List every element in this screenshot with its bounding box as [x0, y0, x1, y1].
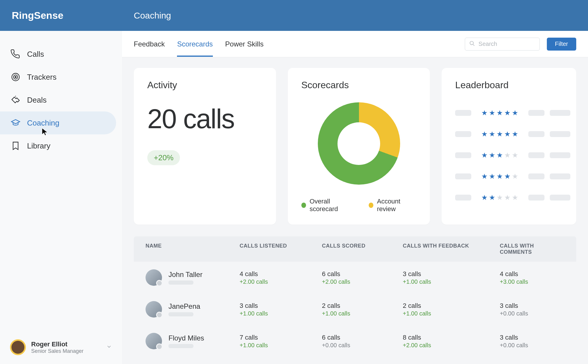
filter-button[interactable]: Filter	[547, 38, 576, 51]
tabs: Feedback Scorecards Power Skills	[134, 32, 264, 56]
bookmark-icon	[11, 141, 21, 151]
search-input[interactable]	[479, 41, 553, 47]
sidebar-nav: Calls Trackers Deals Coaching	[0, 43, 122, 330]
cell-value: 4 calls	[240, 270, 322, 278]
placeholder-bar	[168, 280, 193, 285]
target-icon	[11, 72, 21, 82]
content-area: Activity 20 calls +20% Scorecards Overal…	[122, 57, 588, 364]
cell-value: 6 calls	[322, 270, 403, 278]
legend-overall: Overall scorecard	[301, 198, 355, 213]
star-icon: ★	[497, 130, 503, 138]
star-rating: ★★★★★	[477, 151, 523, 159]
svg-point-2	[15, 76, 16, 78]
placeholder-bar	[550, 173, 570, 179]
star-icon: ★	[497, 109, 503, 117]
legend-dot-icon	[369, 203, 373, 208]
leaderboard-row: ★★★★★	[455, 123, 570, 145]
star-icon: ★	[481, 151, 488, 159]
star-icon: ★	[504, 109, 511, 117]
sidebar-item-label: Calls	[27, 50, 44, 59]
graduation-icon	[11, 118, 21, 128]
cell-value: 3 calls	[403, 270, 500, 278]
cell-delta: +2.00 calls	[322, 278, 403, 285]
cell-value: 4 calls	[500, 270, 564, 278]
cell-scored: 2 calls+1.00 calls	[322, 302, 403, 317]
sidebar-item-library[interactable]: Library	[0, 134, 122, 157]
star-icon: ★	[504, 151, 511, 159]
table-row[interactable]: Floyd Miles7 calls+1.00 calls6 calls+0.0…	[134, 325, 576, 357]
placeholder-bar	[528, 173, 544, 179]
cell-scored: 6 calls+0.00 calls	[322, 334, 403, 349]
leaderboard-title: Leaderboard	[455, 80, 570, 91]
legend-dot-icon	[301, 203, 306, 208]
col-listened: CALLS LISTENED	[240, 243, 322, 255]
star-rating: ★★★★★	[477, 193, 523, 202]
star-icon: ★	[512, 172, 518, 181]
star-icon: ★	[489, 130, 495, 138]
cell-feedback: 3 calls+1.00 calls	[403, 270, 500, 285]
star-rating: ★★★★★	[477, 130, 523, 138]
sidebar-item-deals[interactable]: Deals	[0, 89, 122, 111]
star-icon: ★	[489, 172, 495, 181]
placeholder-bar	[528, 110, 544, 116]
sidebar-item-coaching[interactable]: Coaching	[0, 111, 116, 134]
placeholder-bar	[455, 152, 471, 158]
tab-power-skills[interactable]: Power Skills	[225, 32, 264, 56]
cell-delta: +1.00 calls	[240, 342, 322, 349]
search-input-wrap[interactable]	[465, 38, 540, 51]
table-row[interactable]: John Taller4 calls+2.00 calls6 calls+2.0…	[134, 262, 576, 293]
legend-account-review: Account review	[369, 198, 416, 213]
sidebar-item-label: Coaching	[27, 118, 59, 128]
cell-delta: +2.00 calls	[240, 278, 322, 285]
cell-delta: +1.00 calls	[240, 310, 322, 317]
star-icon: ★	[504, 130, 511, 138]
cell-delta: +1.00 calls	[403, 278, 500, 285]
sidebar: Calls Trackers Deals Coaching	[0, 31, 122, 364]
cell-value: 3 calls	[500, 334, 564, 341]
phone-icon	[11, 49, 21, 59]
avatar	[10, 339, 26, 355]
name-cell: JanePena	[146, 301, 240, 318]
cell-value: 8 calls	[403, 334, 500, 341]
avatar	[146, 333, 162, 349]
star-icon: ★	[489, 151, 495, 159]
cell-delta: +0.00 calls	[500, 342, 564, 349]
leaderboard-row: ★★★★★	[455, 187, 570, 208]
cell-value: 7 calls	[240, 334, 322, 341]
placeholder-bar	[168, 344, 193, 348]
tab-scorecards[interactable]: Scorecards	[177, 32, 213, 56]
cell-delta: +3.00 calls	[500, 278, 564, 285]
scorecards-card: Scorecards Overall scorecard Account rev…	[288, 68, 430, 225]
activity-delta: +20%	[147, 150, 180, 165]
cell-value: 3 calls	[500, 302, 564, 310]
cell-value: 2 calls	[403, 302, 500, 310]
tab-feedback[interactable]: Feedback	[134, 32, 165, 56]
star-icon: ★	[512, 130, 518, 138]
col-comments: CALLS WITH COMMENTS	[500, 243, 564, 255]
cell-listened: 4 calls+2.00 calls	[240, 270, 322, 285]
sidebar-item-label: Deals	[27, 96, 46, 105]
cell-delta: +0.00 calls	[500, 310, 564, 317]
star-icon: ★	[481, 130, 488, 138]
activity-value: 20 calls	[147, 103, 263, 134]
table-row[interactable]: JanePena3 calls+1.00 calls2 calls+1.00 c…	[134, 293, 576, 325]
cell-delta: +1.00 calls	[322, 310, 403, 317]
star-icon: ★	[481, 109, 488, 117]
avatar	[146, 301, 162, 318]
row-name: JanePena	[168, 302, 200, 310]
user-footer[interactable]: Roger Elliot Senior Sales Manager	[0, 330, 122, 364]
cell-scored: 6 calls+2.00 calls	[322, 270, 403, 285]
cell-value: 6 calls	[322, 334, 403, 341]
cell-comments: 3 calls+0.00 calls	[500, 334, 564, 349]
user-role: Senior Sales Manager	[31, 348, 101, 354]
placeholder-bar	[550, 131, 570, 137]
leaderboard-row: ★★★★★	[455, 102, 570, 123]
sidebar-item-trackers[interactable]: Trackers	[0, 66, 122, 89]
row-name: John Taller	[168, 271, 203, 279]
cell-feedback: 8 calls+2.00 calls	[403, 334, 500, 349]
coaching-table: NAME CALLS LISTENED CALLS SCORED CALLS W…	[134, 236, 576, 357]
star-icon: ★	[489, 193, 495, 202]
placeholder-bar	[528, 152, 544, 158]
scorecards-donut-chart	[318, 102, 400, 185]
sidebar-item-calls[interactable]: Calls	[0, 43, 122, 66]
